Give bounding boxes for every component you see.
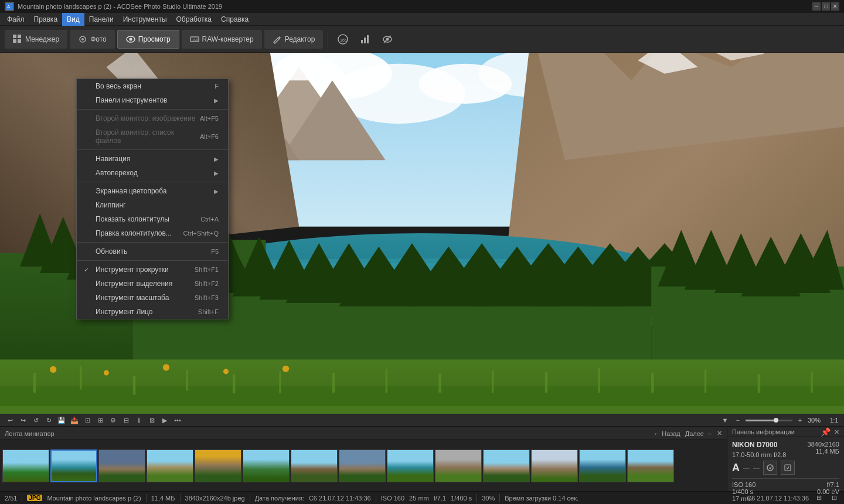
bt-crop[interactable]: ⊠ — [147, 415, 157, 425]
bt-undo[interactable]: ↩ — [5, 415, 15, 425]
menu-autonav[interactable]: Автопереход ▶ — [77, 166, 228, 180]
svg-rect-3 — [18, 35, 21, 38]
zoom-area: ▼ − + 30% 1:1 — [720, 415, 839, 425]
status-sep-5 — [376, 494, 376, 502]
bt-save[interactable]: 💾 — [56, 415, 67, 425]
filmstrip-thumb-1[interactable] — [50, 449, 97, 482]
menu-fullscreen[interactable]: Во весь экран F — [77, 79, 228, 93]
info-panel-close[interactable]: ✕ — [834, 428, 839, 436]
bt-grid[interactable]: ⊟ — [121, 415, 131, 425]
toolbar-stats-btn[interactable] — [355, 32, 375, 47]
zoom-dropdown-btn[interactable]: ▼ — [720, 415, 730, 425]
status-filesize: 11,4 МБ — [151, 495, 175, 502]
restore-button[interactable]: □ — [822, 2, 830, 11]
toolbar-eye-btn[interactable] — [377, 32, 397, 47]
toolbar-365-btn[interactable]: 365 — [333, 32, 353, 47]
info-camera: NIKON D7000 — [732, 441, 786, 449]
svg-rect-2 — [13, 35, 16, 38]
menu-navigation[interactable]: Навигация ▶ — [77, 152, 228, 166]
status-counter: 2/51 — [5, 495, 17, 502]
menu-face-tool[interactable]: Инструмент Лицо Shift+F — [77, 305, 228, 319]
status-date-label: Дата получения: — [255, 495, 304, 502]
status-resolution: 3840x2160x24b jpeg — [185, 495, 245, 502]
menu-show-headers[interactable]: Показать колонтитулы Ctrl+A — [77, 212, 228, 226]
dropdown-separator-2 — [77, 149, 228, 150]
zoom-out-btn[interactable]: − — [733, 415, 743, 425]
status-sep-7 — [499, 494, 500, 502]
bt-zoom-fit[interactable]: ⊡ — [82, 415, 93, 425]
filmstrip-thumb-5[interactable] — [243, 449, 290, 482]
bt-export[interactable]: 📤 — [69, 415, 80, 425]
menu-panels[interactable]: Панели — [84, 13, 118, 26]
menu-tools[interactable]: Инструменты — [118, 13, 172, 26]
filmstrip-thumb-3[interactable] — [147, 449, 193, 482]
zoom-in-btn[interactable]: + — [795, 415, 805, 425]
zoom-ratio-btn[interactable]: 1:1 — [829, 415, 839, 425]
filmstrip-panel: Лента миниатюр ← Назад Далее → ✕ — [0, 427, 727, 491]
mode-raw[interactable]: RAW RAW-конвертер — [182, 30, 262, 49]
menu-view[interactable]: Вид — [62, 13, 84, 26]
svg-point-99 — [50, 366, 56, 373]
menu-file[interactable]: Файл — [2, 13, 29, 26]
filmstrip-thumb-4[interactable] — [195, 449, 241, 482]
menu-clipping[interactable]: Клиппинг — [77, 198, 228, 212]
filmstrip-thumb-6[interactable] — [291, 449, 338, 482]
title-bar: A Mountain photo landscapes p (2) - ACDS… — [0, 0, 844, 13]
bt-rotate-ccw[interactable]: ↺ — [30, 415, 41, 425]
svg-rect-97 — [758, 374, 761, 393]
mode-photo[interactable]: Фото — [70, 30, 115, 49]
zoom-level-label: 30% — [808, 417, 826, 424]
filmstrip-forward-btn[interactable]: Далее → — [685, 430, 712, 437]
toolbar-separator — [328, 32, 328, 46]
info-dash2: — — [753, 464, 760, 471]
filmstrip-thumb-9[interactable] — [435, 449, 482, 482]
filmstrip-thumb-0[interactable] — [2, 449, 49, 482]
mode-editor[interactable]: Редактор — [264, 30, 324, 49]
menu-process[interactable]: Обработка — [172, 13, 217, 26]
svg-rect-82 — [0, 406, 844, 414]
filmstrip-thumb-12[interactable] — [579, 449, 626, 482]
svg-point-101 — [163, 364, 169, 370]
mode-manager[interactable]: Менеджер — [5, 30, 67, 49]
menu-scale-tool[interactable]: Инструмент масштаба Shift+F3 — [77, 291, 228, 305]
menu-edit-headers[interactable]: Правка колонтитулов... Ctrl+Shift+Q — [77, 226, 228, 240]
filmstrip-thumb-11[interactable] — [531, 449, 578, 482]
bt-info[interactable]: ℹ — [134, 415, 144, 425]
svg-rect-16 — [367, 35, 369, 43]
svg-point-103 — [283, 366, 289, 372]
bt-more[interactable]: ••• — [172, 415, 183, 425]
dropdown-separator-5 — [77, 260, 228, 261]
info-btn-2[interactable] — [781, 461, 795, 475]
filmstrip-back-btn[interactable]: ← Назад — [654, 430, 680, 437]
filmstrip-thumb-13[interactable] — [627, 449, 674, 482]
svg-point-104 — [767, 465, 773, 471]
mode-view[interactable]: Просмотр — [117, 30, 179, 49]
title-bar-controls: ─ □ ✕ — [812, 2, 839, 11]
menu-edit[interactable]: Правка — [29, 13, 63, 26]
minimize-button[interactable]: ─ — [812, 2, 821, 11]
menu-toolbars[interactable]: Панели инструментов ▶ — [77, 93, 228, 107]
info-panel-pin[interactable]: 📌 — [821, 427, 831, 437]
filmstrip-thumb-10[interactable] — [483, 449, 530, 482]
bt-rotate-cw[interactable]: ↻ — [43, 415, 54, 425]
filmstrip-close-btn[interactable]: ✕ — [717, 430, 722, 437]
filmstrip-thumb-8[interactable] — [387, 449, 434, 482]
menu-select-tool[interactable]: Инструмент выделения Shift+F2 — [77, 277, 228, 291]
filmstrip-thumb-2[interactable] — [98, 449, 145, 482]
status-layout-btn-1[interactable]: ⊞ — [814, 493, 824, 503]
zoom-slider[interactable] — [746, 420, 792, 421]
bt-play[interactable]: ▶ — [159, 415, 170, 425]
close-button[interactable]: ✕ — [831, 2, 839, 11]
bt-redo[interactable]: ↪ — [18, 415, 28, 425]
bt-settings[interactable]: ⚙ — [108, 415, 118, 425]
svg-rect-85 — [133, 376, 136, 395]
menu-help[interactable]: Справка — [216, 13, 253, 26]
menu-scroll-tool[interactable]: Инструмент прокрутки Shift+F1 — [77, 263, 228, 277]
menu-color-proof[interactable]: Экранная цветопроба ▶ — [77, 184, 228, 198]
bt-zoom-1-1[interactable]: ⊞ — [95, 415, 106, 425]
status-layout-btn-2[interactable]: ⊡ — [829, 493, 839, 503]
filmstrip-area: Лента миниатюр ← Назад Далее → ✕ — [0, 427, 844, 491]
info-btn-1[interactable] — [763, 461, 777, 475]
filmstrip-thumb-7[interactable] — [339, 449, 386, 482]
menu-refresh[interactable]: Обновить F5 — [77, 244, 228, 258]
